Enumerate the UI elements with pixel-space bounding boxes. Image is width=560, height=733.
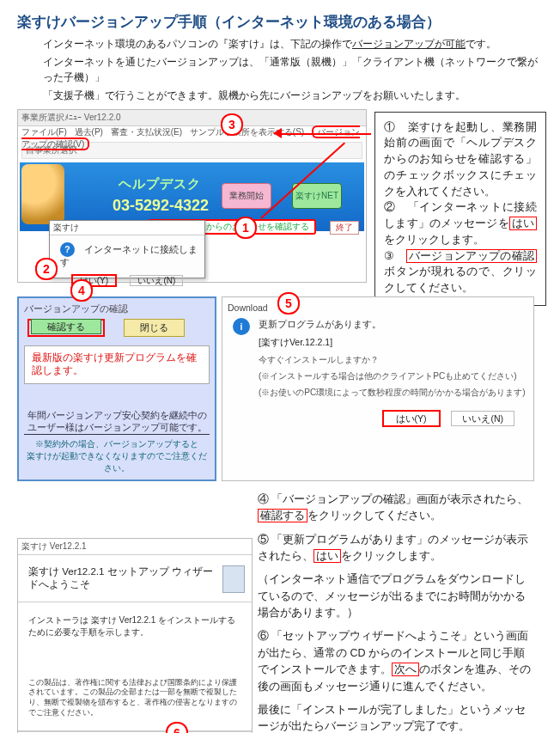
step3-highlight: バージョンアップの確認 — [406, 249, 537, 263]
download-msg: 更新プログラムがあります。 — [259, 318, 526, 332]
intro-1c: です。 — [466, 38, 496, 50]
question-icon: ? — [60, 242, 75, 257]
confirm-button-hl: 確認する — [27, 319, 105, 337]
step2c: をクリックします。 — [384, 234, 484, 246]
connect-no-button[interactable]: いいえ(N) — [130, 275, 183, 286]
step6-highlight: 次へ — [392, 663, 419, 676]
step4c: をクリックしてください。 — [307, 510, 441, 522]
screenshot-wizard: 楽すけ Ver12.2.1 楽すけ Ver12.2.1 セットアップ ウィザード… — [17, 538, 253, 733]
step3-text: ③ バージョンアップの確認ボタンが現れるので、クリックしてください。 — [384, 248, 537, 296]
confirm-note-2: ユーザー様はバージョンアップ可能です。 — [24, 422, 210, 435]
screenshot-confirm: 4 バージョンアップの確認 確認する 閉じる 最新版の楽すけ更新プログラムを確認… — [17, 296, 216, 481]
step4-highlight: 確認する — [258, 509, 307, 522]
menu-sample[interactable]: サンプル事業所を表示する(S) — [190, 127, 304, 137]
helpdesk-label: ヘルプデスク — [119, 176, 201, 192]
intro-1b: バージョンアップが可能 — [352, 38, 466, 50]
intro-line-3: 「支援子機」で行うことができます。親機から先にバージョンアップをお願いいたします… — [43, 89, 545, 103]
intro-line-1: インターネット環境のあるパソコンの『楽すけ』は、下記の操作でバージョンアップが可… — [43, 37, 545, 52]
download-q2: (※インストールする場合は他のクライアントPCも止めてください) — [259, 370, 526, 382]
step4a: ④ 「バージョンアップの確認」画面が表示されたら、 — [258, 493, 528, 505]
connect-dialog-msg: インターネットに接続します — [60, 244, 198, 267]
mascot-image — [21, 164, 64, 224]
wizard-warning: この製品は、著作権に関する法律および国際条約により保護されています。この製品の全… — [18, 673, 252, 730]
step2-text: ② 「インターネットに接続します」のメッセージをはいをクリックします。 — [384, 199, 537, 247]
wizard-welcome: 楽すけ Ver12.2.1 セットアップ ウィザードへようこそ — [28, 565, 222, 593]
step1-text: ① 楽すけを起動し、業務開始前の画面で「ヘルプデスクからのお知らせを確認する」の… — [384, 119, 537, 200]
confirm-title: バージョンアップの確認 — [24, 303, 210, 315]
menu-file[interactable]: ファイル(F) — [21, 127, 67, 137]
download-ver: [楽すけVer.12.2.1] — [259, 337, 526, 349]
callout-1: 1 — [234, 217, 257, 239]
confirm-footnote: ※契約外の場合、バージョンアップすると 楽すけが起動できなくなりますのでご注意く… — [24, 435, 210, 474]
menu-status[interactable]: 審査・支払状況(E) — [111, 127, 182, 137]
download-q3: (※お使いのPC環境によって数秒程度の時間がかかる場合があります) — [259, 387, 526, 398]
start-button[interactable]: 業務開始 — [222, 183, 271, 209]
download-title: Download — [226, 301, 530, 316]
confirm-msg: 最新版の楽すけ更新プログラムを確認します。 — [24, 345, 210, 384]
callout-5: 5 — [277, 292, 300, 315]
info-icon: i — [233, 318, 250, 335]
close-button[interactable]: 閉じる — [124, 319, 185, 337]
exit-button[interactable]: 終了 — [330, 221, 359, 235]
download-q1: 今すぐインストールしますか？ — [259, 354, 526, 365]
menu-history[interactable]: 過去(P) — [75, 127, 103, 137]
callout-2: 2 — [35, 258, 58, 280]
callout-4: 4 — [70, 279, 93, 302]
wizard-body: インストーラは 楽すけ Ver12.2.1 をインストールするために必要な手順を… — [18, 602, 252, 673]
wizard-window-title: 楽すけ Ver12.2.1 — [18, 539, 252, 555]
arrow-line — [278, 133, 371, 135]
connect-dialog: 楽すけ ? インターネットに接続します はい(Y) いいえ(N) — [49, 220, 205, 278]
window-title-a: 事業所選択ﾒﾆｭｰ Ver12.2.0 — [18, 110, 366, 126]
step3c: ボタンが現れるので、クリックしてください。 — [384, 266, 537, 294]
step3a: ③ — [384, 250, 406, 262]
helpdesk-tel: 03-5292-4322 — [113, 197, 209, 215]
page-title: 楽すけバージョンアップ手順（インターネット環境のある場合） — [17, 12, 545, 32]
screenshot-main: 事業所選択ﾒﾆｭｰ Ver12.2.0 ファイル(F) 過去(P) 審査・支払状… — [17, 109, 367, 283]
download-no-button[interactable]: いいえ(N) — [451, 411, 514, 426]
step6-final: 最後に「インストールが完了しました」というメッセージが出たらバージョンアップ完了… — [258, 702, 534, 733]
step5-highlight: はい — [313, 549, 341, 563]
instructions-box-1: ① 楽すけを起動し、業務開始前の画面で「ヘルプデスクからのお知らせを確認する」の… — [374, 112, 546, 306]
callout-3: 3 — [221, 113, 243, 136]
confirm-note-1: 年間バージョンアップ安心契約を継続中の — [24, 410, 210, 422]
arrow-head-icon — [273, 128, 282, 138]
screenshot-download: 5 Download i 更新プログラムがあります。 [楽すけVer.12.2.… — [222, 296, 534, 481]
menubar-a: ファイル(F) 過去(P) 審査・支払状況(E) サンプル事業所を表示する(S)… — [18, 126, 366, 138]
step5-note: （インターネット通信でプログラムをダウンロードしているので、メッセージが出るまで… — [258, 571, 534, 621]
wizard-icon — [222, 565, 245, 593]
rakusuke-net-button[interactable]: 楽すけNET — [292, 183, 342, 209]
step5c: をクリックします。 — [341, 550, 441, 562]
intro-line-2: インターネットを通じたバージョンアップは、「通常版（親機）」「クライアント機（ネ… — [43, 55, 545, 85]
download-yes-button[interactable]: はい(Y) — [382, 410, 441, 427]
step2-highlight: はい — [509, 217, 537, 230]
confirm-button[interactable]: 確認する — [31, 319, 101, 334]
confirm-note: 年間バージョンアップ安心契約を継続中の ユーザー様はバージョンアップ可能です。 — [24, 410, 210, 435]
instructions-box-2: ④ 「バージョンアップの確認」画面が表示されたら、確認するをクリックしてください… — [258, 490, 534, 733]
connect-dialog-title: 楽すけ — [50, 221, 204, 235]
intro-1a: インターネット環境のあるパソコンの『楽すけ』は、下記の操作で — [43, 38, 352, 50]
